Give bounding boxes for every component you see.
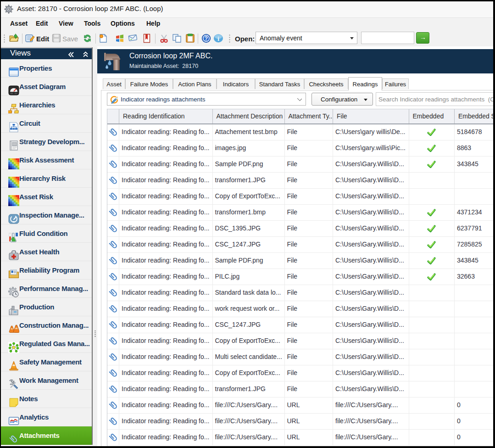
svg-text:?: ?: [205, 35, 208, 42]
svg-text:i: i: [217, 35, 219, 42]
